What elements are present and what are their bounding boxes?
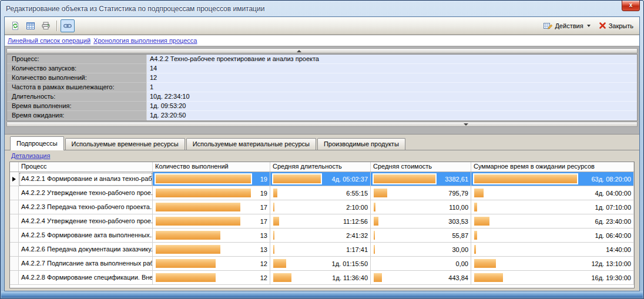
row-selector-cell[interactable]	[10, 172, 19, 186]
column-header-cost[interactable]: Средняя стоимость	[371, 162, 471, 172]
table-row[interactable]: A4.2.2.4 Утверждение техно-рабочего прое…	[10, 214, 634, 229]
cell-duration[interactable]: 4д. 05:02:37	[270, 172, 371, 186]
row-selector-cell[interactable]	[10, 257, 19, 271]
linear-operations-link[interactable]: Линейный список операций	[8, 37, 90, 44]
value-bar	[273, 259, 286, 268]
cell-duration[interactable]: 2:41:32	[270, 229, 371, 243]
property-value[interactable]: 1д. 09:53:20	[147, 102, 637, 111]
table-row[interactable]: A4.2.2.3 Передача техно-рабочего проекта…	[10, 200, 634, 214]
cell-process[interactable]: A4.2.2.4 Утверждение техно-рабочего прое…	[19, 214, 153, 229]
row-selector-cell[interactable]	[10, 243, 19, 257]
cell-value: 110,00	[439, 204, 468, 211]
title-bar[interactable]: Редактирование объекта из Статистика по …	[1, 1, 643, 16]
detail-link[interactable]: Детализация	[11, 152, 50, 159]
cell-wait[interactable]: 1д. 06:40:00	[471, 229, 634, 243]
cell-executions[interactable]: 13	[153, 243, 270, 257]
cell-cost[interactable]: 110,00	[371, 200, 471, 214]
column-header-duration[interactable]: Средняя длительность	[270, 162, 371, 172]
table-header: ПроцессКоличество выполненийСредняя длит…	[10, 162, 634, 172]
cell-process[interactable]: A4.2.2.1 Формирование и анализ техно-раб…	[19, 172, 153, 186]
cell-cost[interactable]: 795,79	[371, 186, 471, 200]
cell-cost[interactable]: 55,87	[371, 229, 471, 243]
cell-duration[interactable]: 2:10:00	[270, 200, 371, 214]
tab-2[interactable]: Используемые материальные ресурсы	[186, 138, 316, 150]
cell-cost[interactable]: 443,84	[371, 271, 471, 285]
print-button[interactable]	[39, 19, 53, 32]
cell-cost[interactable]: 0,00	[371, 257, 471, 271]
cell-process[interactable]: A4.2.2.7 Подписание акта выполненных раб…	[19, 257, 153, 271]
cell-value: 1:17:41	[324, 246, 368, 253]
process-chronology-link[interactable]: Хронология выполнения процесса	[93, 37, 197, 44]
cell-duration[interactable]: 11:12:56	[270, 214, 371, 229]
window-bottom-border	[1, 291, 643, 298]
row-selector-cell[interactable]	[10, 271, 19, 285]
cell-wait[interactable]: 12д. 13:10:00	[471, 257, 634, 271]
row-selector-cell[interactable]	[10, 214, 19, 229]
cell-wait[interactable]: 1д. 07:10:00	[471, 200, 634, 214]
subprocess-table: ПроцессКоличество выполненийСредняя длит…	[9, 162, 635, 288]
cell-executions[interactable]: 19	[153, 172, 270, 186]
row-selector-cell[interactable]	[10, 200, 19, 214]
property-value[interactable]: 14	[147, 64, 637, 73]
column-header-process[interactable]: Процесс	[19, 162, 153, 172]
cell-process[interactable]: A4.2.2.6 Передача документации заказчику…	[19, 243, 153, 257]
close-button[interactable]: Закрыть	[599, 22, 633, 29]
cell-executions[interactable]: 13	[153, 229, 270, 243]
scroll-down-strip[interactable]	[6, 122, 638, 127]
cell-process[interactable]: A4.2.2.2 Утверждение техно-рабочего прое…	[19, 186, 153, 200]
property-value[interactable]: 1д. 23:20:50	[147, 111, 637, 120]
cell-value: 443,84	[439, 274, 468, 281]
cell-executions[interactable]: 12	[153, 271, 270, 285]
row-selector-cell[interactable]	[10, 186, 19, 200]
link-mode-button[interactable]	[61, 19, 75, 32]
column-header-wait[interactable]: Суммарное время в ожидании ресурсов	[471, 162, 634, 172]
column-header-executions[interactable]: Количество выполнений	[153, 162, 270, 172]
table-row[interactable]: A4.2.2.5 Формирование акта выполненных..…	[10, 229, 634, 243]
scroll-up-strip[interactable]	[6, 48, 638, 53]
value-bar	[273, 217, 279, 226]
table-row[interactable]: A4.2.2.1 Формирование и анализ техно-раб…	[10, 172, 634, 186]
cell-wait[interactable]: 4д. 04:00:00	[471, 186, 634, 200]
cell-duration[interactable]: 6:55:15	[270, 186, 371, 200]
cell-wait[interactable]: 14:40:00	[471, 243, 634, 257]
cell-duration[interactable]: 1д. 01:15:50	[270, 257, 371, 271]
refresh-document-button[interactable]	[8, 19, 22, 32]
cell-wait[interactable]: 63д. 08:20:00	[471, 172, 634, 186]
property-value[interactable]: 1	[147, 83, 637, 92]
cell-cost[interactable]: 30,00	[371, 243, 471, 257]
cell-value: 4д. 04:00:00	[581, 190, 631, 197]
property-value[interactable]: 12	[147, 73, 637, 83]
cell-wait[interactable]: 6д. 23:40:00	[471, 214, 634, 229]
cell-process[interactable]: A4.2.2.8 Формирование спецификации. Вне.…	[19, 271, 153, 285]
cell-executions[interactable]: 17	[153, 200, 270, 214]
table-row[interactable]: A4.2.2.2 Утверждение техно-рабочего прое…	[10, 186, 634, 200]
cell-process[interactable]: A4.2.2.3 Передача техно-рабочего проекта…	[19, 200, 153, 214]
property-value[interactable]: A4.2.2 Техно-рабочее проектирование и ан…	[147, 55, 637, 64]
property-value[interactable]: 10д. 22:34:10	[147, 92, 637, 102]
cell-duration[interactable]: 1:17:41	[270, 243, 371, 257]
cell-value: 12д. 13:10:00	[581, 260, 631, 267]
bar-track	[155, 272, 252, 283]
actions-menu-button[interactable]: Действия	[543, 21, 590, 31]
tab-3[interactable]: Производимые продукты	[317, 138, 405, 150]
cell-process[interactable]: A4.2.2.5 Формирование акта выполненных..…	[19, 229, 153, 243]
cell-cost[interactable]: 3382,61	[371, 172, 471, 186]
bar-track	[272, 230, 322, 241]
cell-executions[interactable]: 19	[153, 186, 270, 200]
table-row[interactable]: A4.2.2.8 Формирование спецификации. Вне.…	[10, 271, 634, 285]
row-selector-cell[interactable]	[10, 229, 19, 243]
property-label: Частота в рамках вышележащего:	[7, 83, 147, 92]
printer-icon	[41, 21, 51, 31]
cell-duration[interactable]: 1д. 11:36:40	[270, 271, 371, 285]
bar-track	[473, 187, 578, 199]
tab-1[interactable]: Используемые временные ресурсы	[65, 138, 185, 150]
cell-executions[interactable]: 12	[153, 257, 270, 271]
table-row[interactable]: A4.2.2.6 Передача документации заказчику…	[10, 243, 634, 257]
cell-executions[interactable]: 17	[153, 214, 270, 229]
tab-0[interactable]: Подпроцессы	[10, 136, 64, 150]
cell-wait[interactable]: 16д. 19:30:00	[471, 271, 634, 285]
window-close-button[interactable]: x	[622, 1, 640, 11]
grid-view-button[interactable]	[24, 19, 38, 32]
table-row[interactable]: A4.2.2.7 Подписание акта выполненных раб…	[10, 257, 634, 271]
cell-cost[interactable]: 303,53	[371, 214, 471, 229]
